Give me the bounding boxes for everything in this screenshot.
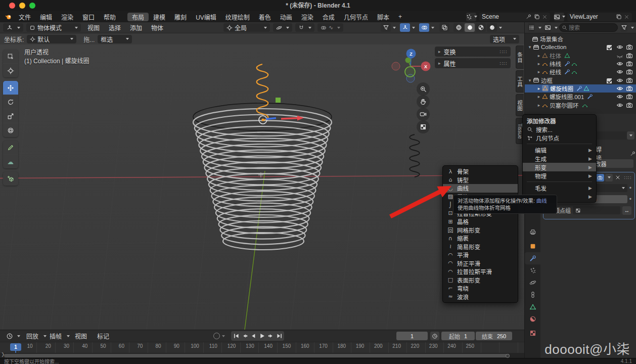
workspace-tab[interactable]: 着色 — [254, 13, 276, 21]
menu-item-search[interactable]: 搜索... — [523, 125, 596, 133]
expand-icon[interactable]: ▸ — [536, 94, 542, 99]
outliner-filter-id-dropdown[interactable] — [544, 23, 551, 32]
menu-item-deform[interactable]: ⌐ 弯绕 — [443, 284, 518, 293]
tab-physics-properties[interactable] — [525, 277, 540, 289]
tab-texture-properties[interactable] — [525, 327, 540, 339]
camera-visibility-icon[interactable] — [626, 52, 633, 59]
menu-item-deform[interactable]: ◠ 平滑 — [443, 251, 518, 259]
eye-icon[interactable] — [616, 68, 623, 75]
auto-keying-toggle[interactable] — [213, 333, 225, 339]
workspace-tab[interactable]: 动画 — [276, 13, 297, 21]
menu-item-deform[interactable]: ≈ 波浪 — [443, 293, 518, 301]
outliner-row-weft[interactable]: ▸ 纬线 — [525, 60, 636, 68]
topbar-menu-item[interactable]: 帮助 — [99, 13, 120, 21]
overlays-toggle[interactable] — [419, 23, 429, 32]
close-icon[interactable] — [615, 174, 621, 180]
workspace-tab[interactable]: 纹理绘制 — [221, 13, 254, 21]
drag-mode-dropdown[interactable]: 框选 — [98, 35, 132, 43]
workspace-tab[interactable]: 渲染 — [297, 13, 318, 21]
camera-visibility-icon[interactable] — [626, 77, 633, 84]
camera-visibility-icon[interactable] — [626, 85, 633, 92]
viewlayer-selector[interactable]: ViewLayer — [567, 13, 632, 21]
workspace-tab[interactable]: UV编辑 — [191, 13, 221, 21]
camera-visibility-icon[interactable] — [626, 68, 633, 75]
tab-data-properties[interactable] — [525, 301, 540, 313]
npanel-properties-header[interactable]: ▸属性∷∷ — [435, 58, 511, 68]
rotate-tool[interactable] — [3, 95, 18, 109]
sidebar-tab-tool[interactable]: 工具 — [516, 70, 524, 93]
topbar-menu-item[interactable]: 文件 — [14, 13, 35, 21]
xray-toggle[interactable] — [439, 23, 449, 32]
eye-icon[interactable] — [616, 85, 623, 92]
vertex-group-field[interactable] — [573, 206, 620, 214]
viewport-menu-item[interactable]: 选择 — [104, 23, 125, 32]
menu-item-deform[interactable]: ⊞ 晶格 — [443, 217, 518, 226]
eye-icon[interactable] — [616, 93, 623, 100]
workspace-tab[interactable]: 几何节点 — [339, 13, 373, 21]
expand-icon[interactable]: ▾ — [527, 78, 533, 83]
menu-item-category[interactable]: 形变▶ — [523, 163, 596, 171]
camera-visibility-icon[interactable] — [626, 43, 633, 51]
use-preview-range-button[interactable] — [430, 332, 439, 340]
viewport-menu-item[interactable]: 视图 — [83, 23, 104, 32]
shading-wireframe-button[interactable] — [453, 23, 464, 32]
expand-icon[interactable]: ▾ — [527, 44, 533, 50]
snap-toggle[interactable] — [295, 23, 314, 32]
menu-item-deform[interactable]: ∩ 缩裹 — [443, 234, 518, 243]
playhead-badge[interactable]: 1 — [10, 343, 21, 351]
select-box-tool[interactable] — [3, 50, 18, 63]
viewlayer-browse-icon[interactable] — [554, 13, 564, 21]
options-dropdown[interactable]: 选项 — [490, 35, 519, 43]
tab-modifier-properties[interactable] — [525, 252, 540, 264]
outliner-row-scene-collection[interactable]: 场景集合 — [525, 35, 636, 43]
checkbox-icon[interactable] — [606, 44, 612, 50]
scene-browse-icon[interactable] — [466, 13, 476, 21]
mode-dropdown[interactable]: 物体模式 — [26, 23, 81, 32]
next-keyframe-button[interactable] — [266, 332, 275, 340]
frame-end-field[interactable]: 结束 250 — [476, 332, 512, 340]
outliner-row-spiral-coil[interactable]: ▸ 螺旋线圈 — [525, 84, 636, 93]
outliner-row-spiral-coil-001[interactable]: ▸ 螺旋线圈.001 — [525, 93, 636, 101]
menu-item-category[interactable]: 生成▶ — [523, 154, 596, 163]
sidebar-tab-item[interactable]: 条目 — [516, 46, 524, 69]
outliner-row-frame-collection[interactable]: ▾ 边框 — [525, 76, 636, 84]
close-icon[interactable] — [624, 14, 629, 20]
tab-particles-properties[interactable] — [525, 264, 540, 277]
camera-visibility-icon[interactable] — [626, 102, 633, 109]
menu-item-deform[interactable]: 回 网格形变 — [443, 226, 518, 235]
expand-icon[interactable]: ▸ — [536, 103, 542, 108]
workspace-tab[interactable]: 合成 — [318, 13, 339, 21]
add-cube-tool[interactable] — [3, 172, 18, 186]
pivot-point-dropdown[interactable] — [273, 23, 292, 32]
workspace-tab[interactable]: 建模 — [149, 13, 170, 21]
workspace-tab[interactable]: + — [394, 13, 406, 20]
drag-handle[interactable]: ∷∷ — [624, 175, 631, 180]
timeline-scrollbar[interactable] — [4, 354, 510, 357]
scale-tool[interactable] — [3, 109, 18, 123]
jump-to-start-button[interactable] — [232, 332, 240, 340]
eye-icon[interactable] — [616, 43, 623, 51]
prev-frame-button[interactable] — [249, 332, 257, 340]
gizmos-toggle[interactable] — [400, 23, 410, 32]
frame-start-field[interactable]: 起始 1 — [441, 332, 475, 340]
menu-item-deform[interactable]: λ 骨架 — [443, 167, 518, 176]
marker-menu[interactable]: 标记 — [92, 332, 114, 340]
menu-item-deform[interactable]: ◠ 拉普拉斯平滑 — [443, 267, 518, 276]
topbar-menu-item[interactable]: 编辑 — [35, 13, 57, 21]
timeline-ruler[interactable]: 1020304050607080901001101201301401501601… — [0, 342, 524, 353]
timeline-editor-type-button[interactable] — [3, 332, 23, 340]
topbar-menu-item[interactable]: 渲染 — [57, 13, 78, 21]
outliner-search-input[interactable] — [559, 23, 618, 32]
eye-closed-icon[interactable] — [616, 52, 623, 59]
editor-type-button[interactable] — [3, 23, 23, 32]
blender-logo-icon[interactable] — [5, 13, 12, 20]
outliner-display-mode-dropdown[interactable] — [528, 23, 535, 32]
eye-icon[interactable] — [616, 102, 623, 109]
shading-solid-button[interactable] — [465, 23, 475, 32]
expand-icon[interactable]: ▸ — [536, 86, 542, 91]
close-icon[interactable] — [542, 14, 548, 20]
expand-icon[interactable]: ▸ — [536, 61, 542, 66]
pan-view-button[interactable] — [417, 95, 430, 108]
prev-keyframe-button[interactable] — [241, 332, 249, 340]
scrollbar-handle[interactable] — [506, 354, 510, 358]
